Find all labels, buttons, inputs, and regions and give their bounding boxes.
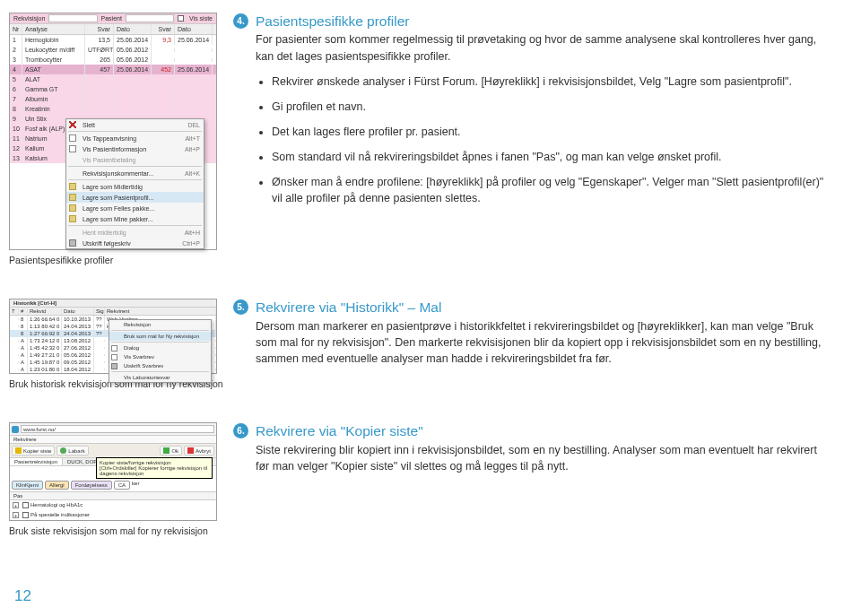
table-row[interactable]: 7Albumin — [10, 94, 216, 104]
menu-slett[interactable]: SlettDEL — [66, 119, 204, 130]
kopier-siste-button[interactable]: Kopier siste — [12, 446, 55, 455]
historikk-tab-label[interactable]: Historikk [Ctrl-H] — [10, 299, 216, 308]
table-row[interactable]: 3Trombocytter26505.06.2012 — [10, 55, 216, 65]
document-icon — [69, 145, 76, 152]
vis-siste-label: Vis siste — [189, 15, 213, 22]
section6-number-badge: 6. — [233, 423, 248, 438]
tab-pasientrekvisisjon[interactable]: Pasientrekvisisjon — [10, 458, 63, 465]
bullet-item: Rekvirer ønskede analyser i Fürst Forum.… — [272, 74, 825, 90]
thumb1-caption: Pasientspesifikke profiler — [9, 254, 224, 266]
copy-icon — [15, 447, 22, 454]
bullet-item: Som standard vil nå rekvireringsbildet å… — [272, 149, 825, 165]
pasient-field[interactable] — [126, 14, 174, 22]
table-row[interactable]: 8Kreatinin — [10, 104, 216, 114]
menu-tappeanvisning[interactable]: Vis TappeanvisningAlt+T — [66, 133, 204, 143]
save-icon — [69, 194, 76, 201]
section4-number-badge: 4. — [233, 13, 248, 29]
table-row[interactable]: 2Leukocytter m/diffUTFØRT05.06.2012 — [10, 45, 216, 55]
analysis-table-header: Nr Analyse Svar Dato Svar Dato — [10, 24, 216, 35]
menu-hent-midlertidig: Hent midlertidigAlt+H — [66, 227, 204, 238]
historikk-screenshot: Historikk [Ctrl-H] T # Rekvid Dato Sign … — [9, 299, 217, 374]
save-icon — [69, 215, 76, 222]
section4-intro: For pasienter som kommer regelmessig til… — [256, 31, 825, 64]
table-row[interactable]: 4ASAT45725.06.201445225.06.2014 — [10, 65, 216, 74]
bullet-item: Ønsker man å endre profilene: [høyreklik… — [272, 174, 825, 206]
historikk-header: T # Rekvid Dato Sign Rekvirent — [10, 308, 216, 316]
ctx-vis-labsvar[interactable]: Vis Laboratoriesvar — [109, 373, 211, 382]
save-icon — [69, 204, 76, 212]
tree-checkbox[interactable] — [22, 502, 29, 508]
vis-siste-checkbox[interactable] — [178, 15, 184, 22]
save-icon — [69, 183, 76, 190]
tree-item[interactable]: +På spesielle indikasjoner — [10, 510, 216, 520]
avbryt-button[interactable]: Avbryt — [184, 446, 214, 455]
menu-pasientbetaling: Vis Pasientbetaling — [66, 154, 204, 165]
print-icon — [111, 363, 117, 369]
site-icon — [12, 426, 19, 433]
menu-lagre-felles[interactable]: Lagre som Felles pakke... — [66, 203, 204, 213]
labark-icon — [60, 447, 66, 454]
bullet-item: Det kan lages flere profiler pr. pasient… — [272, 124, 825, 140]
tree-item[interactable]: +Hematologi og HbA1c — [10, 500, 216, 510]
table-row[interactable]: 5ALAT — [10, 74, 216, 84]
aker-fragment: ker — [132, 481, 139, 490]
ok-button[interactable]: Ok — [160, 446, 182, 455]
kopier-siste-screenshot: www.furst.no/ Rekvirere Kopier siste Lab… — [9, 422, 217, 521]
document-icon — [111, 354, 117, 360]
rekvisisjon-label: Rekvisisjon — [13, 15, 45, 22]
section6-heading: Rekvirere via "Kopier siste" — [256, 422, 423, 439]
table-row[interactable]: 6Gamma GT — [10, 84, 216, 94]
url-field[interactable]: www.furst.no/ — [21, 425, 214, 433]
delete-icon — [69, 121, 76, 128]
menu-lagre-pasientprofil[interactable]: Lagre som Pasientprofil... — [66, 192, 204, 203]
cancel-icon — [187, 447, 194, 454]
table-row[interactable]: 1Hemoglobin13,525.06.20149,325.06.2014 — [10, 35, 216, 45]
kopier-siste-tooltip: Kopier siste/forrige rekvisisjon [Ctrl+O… — [96, 457, 213, 479]
expand-icon[interactable]: + — [13, 512, 19, 518]
page-number: 12 — [14, 587, 31, 605]
cat-fordoyelse[interactable]: Fordøyelsess — [71, 481, 112, 490]
profiles-screenshot: Rekvisisjon Pasient Vis siste Nr Analyse… — [9, 13, 217, 250]
section5-number-badge: 5. — [233, 299, 248, 315]
menu-pasientinfo[interactable]: Vis PasientinformasjonAlt+P — [66, 143, 204, 154]
menu-lagre-midlertidig[interactable]: Lagre som Midlertidig — [66, 181, 204, 192]
context-menu: SlettDEL Vis TappeanvisningAlt+T Vis Pas… — [65, 118, 204, 249]
thumb3-caption: Bruk siste rekvisisjon som mal for ny re… — [9, 525, 224, 537]
menu-lagre-mine[interactable]: Lagre som Mine pakker... — [66, 213, 204, 224]
cat-klinkjemi[interactable]: KlinKjemi — [12, 481, 43, 490]
section6-body: Siste rekvirering blir kopiert inn i rek… — [256, 442, 825, 474]
ctx-vis-svarbrev[interactable]: Vis Svarbrev — [109, 352, 211, 361]
document-icon — [69, 134, 76, 142]
bullet-item: Gi profilen et navn. — [272, 99, 825, 115]
pasient-label: Pasient — [101, 15, 122, 22]
cat-allergi[interactable]: Allergi — [45, 481, 69, 490]
menu-utskrift[interactable]: Utskrift følgeskrivCtrl+P — [66, 238, 204, 248]
print-icon — [69, 239, 76, 247]
ctx-utskrift-svarbrev[interactable]: Utskrift Svarbrev — [109, 361, 211, 370]
section4-bullets: Rekvirer ønskede analyser i Fürst Forum.… — [256, 74, 825, 207]
ctx-dialog[interactable]: Dialog — [109, 343, 211, 352]
labark-button[interactable]: Labark — [57, 446, 88, 455]
rekvirere-section-label: Rekvirere — [10, 436, 216, 444]
rekvisisjon-field[interactable] — [48, 14, 97, 22]
section5-body: Dersom man markerer en pasientprøve i hi… — [256, 318, 825, 367]
ctx-rekvisisjon[interactable]: Rekvisisjon — [109, 320, 211, 329]
expand-icon[interactable]: + — [13, 502, 19, 508]
ctx-bruk-som-mal[interactable]: Bruk som mal for Ny rekvisisjon — [109, 332, 211, 341]
check-icon — [163, 447, 170, 454]
tree-checkbox[interactable] — [22, 512, 29, 518]
section4-heading: Pasientspesifikke profiler — [256, 13, 409, 30]
cat-ca[interactable]: CA — [114, 481, 130, 490]
pas-label: Pas — [10, 491, 216, 500]
historikk-context-menu: Rekvisisjon Bruk som mal for Ny rekvisis… — [109, 319, 212, 383]
menu-rekvisisjonskommentar[interactable]: Rekvisisjonskommentar...Alt+K — [66, 168, 204, 178]
section5-heading: Rekvirere via "Historikk" – Mal — [256, 299, 441, 316]
document-icon — [111, 345, 117, 351]
